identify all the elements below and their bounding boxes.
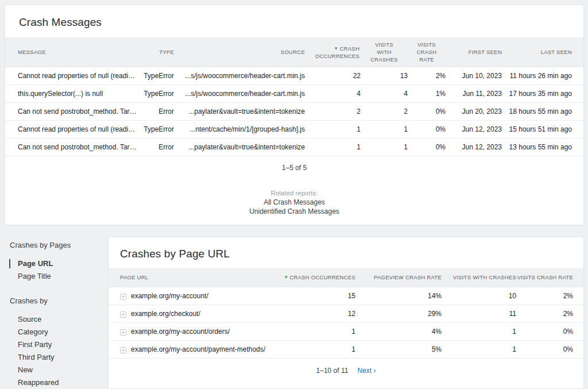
pagination: 1–10 of 11 Next › [109,367,583,375]
sidebar-item-page-title[interactable]: Page Title [10,270,108,283]
crash-message-label[interactable]: Can not send postrobot_method. Target w.… [5,103,138,121]
page-url-label[interactable]: +example.org/checkout/ [109,305,278,322]
visits-with-crashes: 1 [442,322,516,340]
crash-message-label[interactable]: Cannot read properties of null (reading … [5,121,138,138]
related-report-link-unidentified-crash-messages[interactable]: Unidentified Crash Messages [5,207,583,216]
expand-icon[interactable]: + [120,329,126,336]
col-header-page-url[interactable]: Page URL [109,268,278,287]
pageview-crash-rate: 4% [355,322,442,340]
sidebar-item-new[interactable]: New [10,364,108,376]
col-header-visits-crash-rate[interactable]: Visits Crash Rate [516,268,584,287]
first-seen: Jun 20, 2023 [446,103,502,121]
last-seen: 18 hours 55 min ago [502,103,584,121]
visits-crash-rate: 2% [516,305,584,322]
col-header-visits-with-crashes[interactable]: Visits with Crashes [361,37,408,67]
first-seen: Jun 10, 2023 [446,67,502,85]
visits-crash-rate: 0% [408,103,446,121]
page-url-label[interactable]: +example.org/my-account/orders/ [109,322,278,340]
visits-crash-rate: 2% [516,287,584,305]
report-sidebar: Crashes by Pages Page URL Page Title Cra… [0,233,108,389]
table-row[interactable]: +example.org/my-account/orders/ 1 4% 1 0… [109,322,584,340]
expand-icon[interactable]: + [120,294,126,300]
first-seen: Jun 12, 2023 [446,121,502,138]
related-report-link-all-crash-messages[interactable]: All Crash Messages [5,198,583,207]
col-header-type[interactable]: Type [138,37,174,67]
first-seen: Jun 12, 2023 [446,138,502,156]
pagination-range: 1–10 of 11 [316,367,349,375]
crash-occurrences: 12 [278,305,355,322]
visits-crash-rate: 1% [408,85,446,103]
crash-occurrences: 4 [305,85,361,103]
col-header-visits-with-crashes[interactable]: Visits with Crashes [442,268,516,287]
crash-source: ...paylater&vault=true&intent=tokenize [174,103,305,121]
crash-type: Error [138,138,174,156]
visits-crash-rate: 0% [408,121,446,138]
crash-occurrences: 15 [278,287,355,305]
visits-crash-rate: 0% [516,340,584,358]
last-seen: 15 hours 51 min ago [502,121,584,138]
visits-crash-rate: 0% [408,138,446,156]
col-header-crash-occurrences[interactable]: ▼Crash Occurrences [278,268,355,287]
visits-crash-rate: 2% [408,67,446,85]
crash-occurrences: 2 [305,103,361,121]
crash-analytics-page: Crash Messages Message Type Source ▼Cras… [0,0,588,389]
crashes-by-page-url-title: Crashes by Page URL [109,237,583,268]
sidebar-item-first-party[interactable]: First Party [10,338,108,351]
sidebar-section-header: Crashes by Pages [10,241,108,249]
table-row[interactable]: +example.org/checkout/ 12 29% 11 2% [109,305,584,322]
visits-with-crashes: 1 [442,340,516,358]
table-row[interactable]: +example.org/my-account/ 15 14% 10 2% [109,287,584,305]
col-header-source[interactable]: Source [174,37,305,67]
col-header-visits-crash-rate[interactable]: Visits Crash Rate [408,37,446,67]
last-seen: 13 hours 55 min ago [502,138,584,156]
sidebar-section-header: Crashes by [10,296,108,305]
crash-occurrences: 1 [305,138,361,156]
crashes-by-page-url-table: Page URL ▼Crash Occurrences Pageview Cra… [109,268,584,359]
sort-desc-icon: ▼ [334,46,338,51]
crash-source: ...ntent/cache/min/1/[grouped-hash].js [174,121,305,138]
crash-message-label[interactable]: Can not send postrobot_method. Target w.… [5,138,138,156]
crash-type: Error [138,103,174,121]
crash-message-label[interactable]: Cannot read properties of null (reading … [5,67,138,85]
sidebar-item-third-party[interactable]: Third Party [10,351,108,364]
table-header-row: Message Type Source ▼Crash Occurrences V… [5,37,584,67]
table-row[interactable]: Can not send postrobot_method. Target w.… [5,138,584,156]
table-row[interactable]: Cannot read properties of null (reading … [5,67,584,85]
crash-source: ...s/js/woocommerce/header-cart.min.js [174,67,305,85]
last-seen: 11 hours 26 min ago [502,67,584,85]
crash-type: TypeError [138,85,174,103]
col-header-pageview-crash-rate[interactable]: Pageview Crash Rate [355,268,442,287]
visits-with-crashes: 1 [361,121,408,138]
crashes-by-page-url-widget: Crashes by Page URL Page URL ▼Crash Occu… [108,237,584,389]
visits-with-crashes: 4 [361,85,408,103]
sidebar-item-category[interactable]: Category [10,326,108,338]
table-row[interactable]: +example.org/my-account/payment-methods/… [109,340,584,358]
col-header-crash-occurrences[interactable]: ▼Crash Occurrences [305,37,361,67]
visits-crash-rate: 0% [516,322,584,340]
page-url-label[interactable]: +example.org/my-account/payment-methods/ [109,340,278,358]
pageview-crash-rate: 5% [355,340,442,358]
table-row[interactable]: this.querySelector(...) is null TypeErro… [5,85,584,103]
sidebar-item-source[interactable]: Source [10,313,108,326]
crash-messages-table: Message Type Source ▼Crash Occurrences V… [5,37,584,156]
expand-icon[interactable]: + [120,347,126,353]
crash-type: TypeError [138,67,174,85]
sidebar-item-page-url[interactable]: Page URL [10,257,108,270]
visits-with-crashes: 11 [442,305,516,322]
crash-source: ...paylater&vault=true&intent=tokenize [174,138,305,156]
sidebar-item-reappeared[interactable]: Reappeared [10,376,108,389]
col-header-message[interactable]: Message [5,37,138,67]
table-row[interactable]: Cannot read properties of null (reading … [5,121,584,138]
pagination-next-link[interactable]: Next › [357,367,376,375]
col-header-last-seen[interactable]: Last Seen [502,37,584,67]
table-row[interactable]: Can not send postrobot_method. Target w.… [5,103,584,121]
crash-messages-widget: Crash Messages Message Type Source ▼Cras… [5,5,584,225]
crash-occurrences: 1 [278,322,355,340]
page-url-label[interactable]: +example.org/my-account/ [109,287,278,305]
crash-message-label[interactable]: this.querySelector(...) is null [5,85,138,103]
expand-icon[interactable]: + [120,311,126,318]
col-header-first-seen[interactable]: First Seen [446,37,502,67]
visits-with-crashes: 10 [442,287,516,305]
first-seen: Jun 11, 2023 [446,85,502,103]
crash-source: ...s/js/woocommerce/header-cart.min.js [174,85,305,103]
